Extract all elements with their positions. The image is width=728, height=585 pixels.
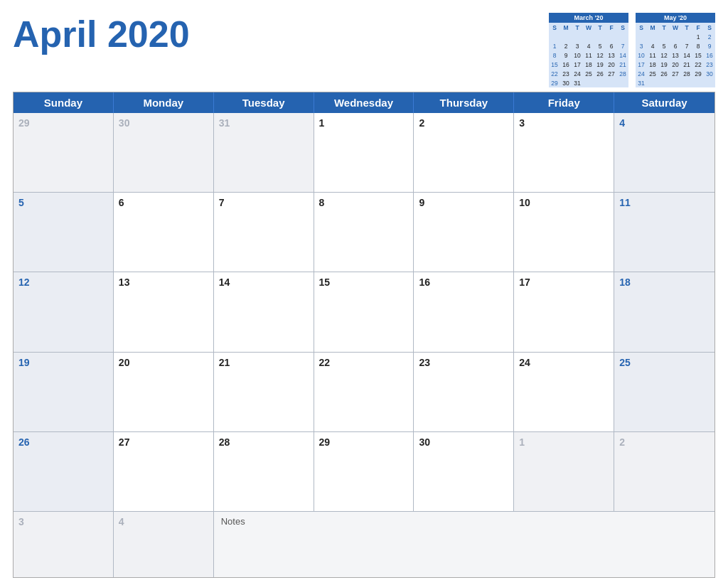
mini-cal-day: 11 [647,50,658,60]
mini-cal-day: 10 [636,50,647,60]
calendar-cell: 2 [614,432,714,511]
day-number: 29 [319,436,409,449]
header-day-thursday: Thursday [414,92,514,113]
mini-cal-day-header: T [681,23,692,32]
day-number: 14 [219,277,309,289]
day-number: 6 [119,197,208,209]
mini-cal-day [647,32,658,41]
mini-cal-day: 13 [670,50,681,60]
calendar-cell: 16 [414,272,514,351]
calendar-cell: 11 [614,193,714,272]
calendar-cell: 4 [114,512,214,577]
mini-cal-day: 4 [647,41,658,50]
day-number: 9 [419,197,508,209]
mini-cal-day [594,32,606,41]
calendar-cell: 12 [14,272,114,351]
calendar-cell: 8 [314,193,414,272]
calendar-cell: 1 [514,432,614,511]
mini-cal-day-header: S [549,23,560,32]
mini-cal-day: 15 [549,60,560,69]
day-number: 19 [18,357,108,369]
calendar-cell: 26 [14,432,114,511]
mini-cal-day [670,78,681,87]
mini-cal-day: 4 [583,41,594,50]
mini-cal-day: 7 [617,41,628,50]
mini-cal-0: March '20SMTWTFS123456789101112131415161… [549,13,628,87]
mini-cal-day: 31 [636,78,647,87]
mini-cal-day: 31 [572,78,583,87]
mini-cal-day: 22 [549,69,560,78]
day-number: 3 [18,516,108,528]
mini-cal-day: 19 [594,60,606,69]
mini-cal-day [658,32,670,41]
calendar-cell: 7 [214,193,314,272]
day-number: 2 [619,436,710,449]
notes-cell: Notes [214,512,714,577]
day-number: 1 [319,117,409,129]
mini-cal-day-header: W [670,23,681,32]
calendar-cell: 28 [214,432,314,511]
day-number: 29 [18,117,108,129]
mini-cal-day: 6 [670,41,681,50]
day-number: 22 [319,357,409,369]
day-number: 7 [219,197,309,209]
calendar-cell: 22 [314,353,414,431]
mini-cal-day: 3 [636,41,647,50]
mini-cal-day: 18 [583,60,594,69]
mini-cal-day: 2 [560,41,572,50]
mini-cal-day [647,78,658,87]
mini-cal-day: 16 [704,50,715,60]
day-number: 20 [119,357,208,369]
mini-cal-day: 17 [572,60,583,69]
mini-cal-day: 18 [647,60,658,69]
mini-cal-title-0: March '20 [549,13,628,23]
mini-cal-day: 8 [549,50,560,60]
mini-cal-day: 24 [572,69,583,78]
day-number: 10 [519,197,609,209]
mini-cal-day: 22 [692,60,704,69]
calendar-cell: 18 [614,272,714,351]
main-calendar: SundayMondayTuesdayWednesdayThursdayFrid… [13,92,715,578]
mini-cal-table-0: SMTWTFS123456789101112131415161718192021… [549,23,628,87]
header-day-monday: Monday [114,92,214,113]
day-number: 4 [619,117,710,129]
mini-cal-day: 9 [704,41,715,50]
top-section: April 2020 March '20SMTWTFS1234567891011… [13,13,715,87]
main-title: April 2020 [13,13,190,53]
day-number: 4 [119,516,208,528]
mini-cal-1: May '20SMTWTFS12345678910111213141516171… [636,13,715,87]
mini-cal-day: 26 [594,69,606,78]
mini-cal-day [704,78,715,87]
day-number: 3 [519,117,609,129]
day-number: 5 [18,197,108,209]
week-row-0: 2930311234 [14,113,714,193]
day-number: 23 [419,357,508,369]
calendar-cell: 14 [214,272,314,351]
mini-cal-day-header: S [704,23,715,32]
mini-cal-day: 20 [670,60,681,69]
mini-cal-title-1: May '20 [636,13,715,23]
mini-cal-day: 19 [658,60,670,69]
calendar-cell: 9 [414,193,514,272]
mini-cal-day: 6 [606,41,617,50]
day-number: 1 [519,436,609,449]
mini-cal-day: 29 [692,69,704,78]
mini-cal-day-header: T [594,23,606,32]
mini-cal-day: 13 [606,50,617,60]
mini-cal-day-header: M [560,23,572,32]
mini-cal-day: 3 [572,41,583,50]
mini-cal-day: 12 [594,50,606,60]
mini-cal-day-header: S [636,23,647,32]
calendar-cell: 30 [114,113,214,192]
mini-cal-day-header: F [606,23,617,32]
calendar-cell: 29 [14,113,114,192]
week-row-3: 19202122232425 [14,353,714,432]
mini-cal-day: 2 [704,32,715,41]
mini-cal-day: 20 [606,60,617,69]
mini-cal-day: 30 [704,69,715,78]
mini-calendars: March '20SMTWTFS123456789101112131415161… [549,13,715,87]
mini-cal-day: 27 [606,69,617,78]
mini-cal-day: 1 [692,32,704,41]
mini-cal-day: 30 [560,78,572,87]
calendar-cell: 27 [114,432,214,511]
